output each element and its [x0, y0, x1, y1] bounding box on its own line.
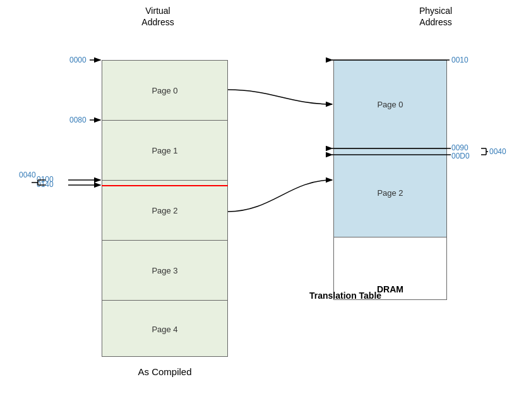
virtual-page-1: Page 1 [102, 121, 227, 181]
virtual-page-3: Page 3 [102, 241, 227, 301]
virtual-block: Page 0 Page 1 Page 2 Page 3 Page 4 [102, 60, 228, 357]
physical-address-title: PhysicalAddress [391, 5, 480, 28]
addr-p0010: 0010 [451, 56, 468, 64]
addr-p00D0: 00D0 [451, 152, 470, 160]
virtual-page-2: Page 2 [102, 181, 227, 241]
addr-0040-left: 0040 [19, 171, 36, 179]
addr-0080: 0080 [69, 116, 86, 124]
virtual-page-0: Page 0 [102, 61, 227, 121]
addr-0140: 0140 [37, 180, 54, 189]
addr-p0040-right: 0040 [489, 147, 506, 156]
red-line-marker [102, 185, 228, 186]
dram-page-0: Page 0 [334, 61, 446, 149]
addr-0000: 0000 [69, 56, 86, 64]
dram-block: Page 0 Page 2 DRAM [333, 60, 447, 300]
virtual-page-4: Page 4 [102, 301, 227, 357]
virtual-address-title: VirtualAddress [117, 5, 199, 28]
translation-table-title: Translation Table Virtual Physical 0000 … [309, 291, 381, 304]
addr-p0090: 0090 [451, 143, 468, 152]
as-compiled-label: As Compiled [102, 366, 228, 377]
dram-page-2: Page 2 [334, 149, 446, 237]
dram-empty [334, 237, 446, 282]
diagram-container: VirtualAddress PhysicalAddress Page 0 Pa… [0, 0, 507, 420]
